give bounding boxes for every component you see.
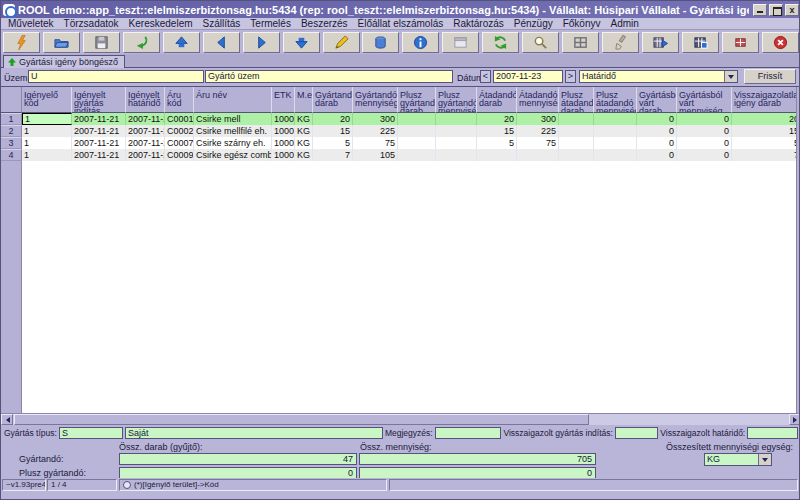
table-cell[interactable]: 2007-11-21 — [72, 149, 126, 161]
table-row[interactable]: 412007-11-212007-11-23C0009Csirke egész … — [1, 149, 800, 161]
edit-button[interactable] — [323, 32, 360, 53]
menu-item-beszerzes[interactable]: Beszerzés — [296, 18, 353, 29]
refresh-button[interactable] — [482, 32, 519, 53]
horizontal-scrollbar[interactable] — [1, 413, 800, 425]
tab-gyartasi-igeny-bongeszo[interactable]: Gyártási igény böngésző — [3, 55, 125, 68]
table-cell[interactable]: 300 — [517, 113, 559, 125]
table-cell[interactable]: 2007-11-23 — [126, 125, 165, 137]
table-cell[interactable]: 5 — [732, 137, 800, 149]
table-cell[interactable]: 2007-11-21 — [72, 125, 126, 137]
prev-record-button[interactable] — [203, 32, 240, 53]
column-header[interactable]: Gyártandó mennyiség — [353, 87, 398, 113]
save-button[interactable] — [83, 32, 120, 53]
column-header[interactable]: Gyártandó darab — [313, 87, 353, 113]
menu-item-szallitas[interactable]: Szállítás — [198, 18, 246, 29]
table-cell[interactable]: 0 — [677, 113, 732, 125]
row-number[interactable]: 2 — [1, 125, 22, 137]
menu-item-kereskedelem[interactable]: Kereskedelem — [124, 18, 198, 29]
chevron-down-icon[interactable] — [724, 71, 737, 82]
table-cell[interactable] — [559, 137, 594, 149]
column-header[interactable]: Plusz átadandó darab — [559, 87, 594, 113]
table-cell[interactable] — [436, 149, 477, 161]
table-cell[interactable]: 7 — [313, 149, 353, 161]
column-header[interactable]: Átadandó mennyiség — [517, 87, 559, 113]
chevron-down-icon[interactable] — [758, 454, 771, 465]
radio-button-icon[interactable] — [123, 481, 131, 489]
menu-item-admin[interactable]: Admin — [606, 18, 644, 29]
menu-item-torzsadatok[interactable]: Törzsadatok — [59, 18, 124, 29]
table-cell[interactable]: 15 — [313, 125, 353, 137]
table-cell[interactable] — [436, 137, 477, 149]
table-row[interactable]: 312007-11-212007-11-23C0007Csirke szárny… — [1, 137, 800, 149]
delete-table-button[interactable] — [722, 32, 759, 53]
table-cell[interactable]: 10002 — [272, 125, 295, 137]
visszaigazolt-hatarido-input[interactable] — [747, 427, 798, 439]
table-cell[interactable] — [398, 137, 436, 149]
table-cell[interactable]: 1 — [22, 113, 72, 125]
table-cell[interactable]: 75 — [517, 137, 559, 149]
table-cell[interactable]: 1 — [22, 125, 72, 137]
table-cell[interactable] — [559, 113, 594, 125]
table-cell[interactable]: KG — [295, 149, 313, 161]
next-record-button[interactable] — [243, 32, 280, 53]
menu-item-penzugy[interactable]: Pénzügy — [509, 18, 558, 29]
table-cell[interactable]: 20 — [313, 113, 353, 125]
open-folder-button[interactable] — [43, 32, 80, 53]
column-header[interactable]: Igényelő kód — [22, 87, 72, 113]
table-cell[interactable]: 0 — [637, 149, 677, 161]
gyartando-mennyiseg-field[interactable]: 705 — [359, 453, 596, 465]
table-cell[interactable]: 0 — [677, 137, 732, 149]
table-cell[interactable]: 75 — [353, 137, 398, 149]
column-header[interactable]: Átadandó darab — [477, 87, 517, 113]
uzem-code-input[interactable]: U — [28, 70, 204, 83]
row-number[interactable]: 1 — [1, 113, 22, 125]
table-cell[interactable] — [436, 125, 477, 137]
table-cell[interactable]: 20 — [732, 113, 800, 125]
menu-item-raktarozas[interactable]: Raktározás — [448, 18, 509, 29]
menu-item-muveletek[interactable]: Műveletek — [3, 18, 59, 29]
uzem-name-input[interactable]: Gyártó üzem — [205, 70, 453, 83]
title-bar[interactable]: ROOL demo::app_teszt::elelmiszerbiztonsa… — [1, 1, 800, 18]
table-cell[interactable]: 5 — [477, 137, 517, 149]
column-header[interactable]: Igényelt határidő — [126, 87, 165, 113]
table-cell[interactable]: 2007-11-23 — [126, 113, 165, 125]
date-input[interactable]: 2007-11-23 — [493, 70, 563, 83]
grid-button[interactable] — [562, 32, 599, 53]
export-table-button[interactable] — [642, 32, 679, 53]
table-cell[interactable] — [559, 125, 594, 137]
database-button[interactable] — [362, 32, 399, 53]
table-cell[interactable]: 20 — [477, 113, 517, 125]
flash-button[interactable] — [3, 32, 40, 53]
table-cell[interactable]: C0009 — [165, 149, 194, 161]
table-cell[interactable]: 15 — [732, 125, 800, 137]
close-button[interactable] — [762, 32, 799, 53]
scrollbar-thumb[interactable] — [14, 414, 589, 425]
last-record-button[interactable] — [283, 32, 320, 53]
table-cell[interactable] — [436, 113, 477, 125]
megjegyzes-input[interactable] — [435, 427, 502, 439]
column-header[interactable]: Plusz gyártandó darab — [398, 87, 436, 113]
date-prev-button[interactable]: < — [480, 70, 491, 83]
table-cell[interactable] — [594, 113, 637, 125]
table-cell[interactable] — [398, 149, 436, 161]
search-button[interactable] — [522, 32, 559, 53]
restore-button[interactable] — [769, 4, 783, 16]
table-row[interactable]: 112007-11-212007-11-23C0001Csirke mell10… — [1, 113, 800, 125]
table-cell[interactable]: 105 — [353, 149, 398, 161]
table-cell[interactable]: KG — [295, 137, 313, 149]
column-header[interactable]: Plusz átadandó mennyiség — [594, 87, 637, 113]
gyartando-darab-field[interactable]: 47 — [119, 453, 357, 465]
table-cell[interactable]: Csirke egész comb eh. — [194, 149, 272, 161]
info-button[interactable] — [402, 32, 439, 53]
menu-item-termeles[interactable]: Termelés — [245, 18, 296, 29]
table-cell[interactable]: 2007-11-21 — [72, 113, 126, 125]
menu-item-eloallat-elszamolas[interactable]: Élőállat elszámolás — [353, 18, 449, 29]
vertical-scrollbar[interactable] — [796, 87, 800, 413]
table-cell[interactable]: 0 — [637, 113, 677, 125]
table-cell[interactable]: 2007-11-21 — [72, 137, 126, 149]
table-cell[interactable]: KG — [295, 125, 313, 137]
table-cell[interactable]: 10009 — [272, 149, 295, 161]
table-cell[interactable]: 0 — [637, 125, 677, 137]
table-cell[interactable]: 10007 — [272, 137, 295, 149]
table-cell[interactable]: Csirke mell — [194, 113, 272, 125]
